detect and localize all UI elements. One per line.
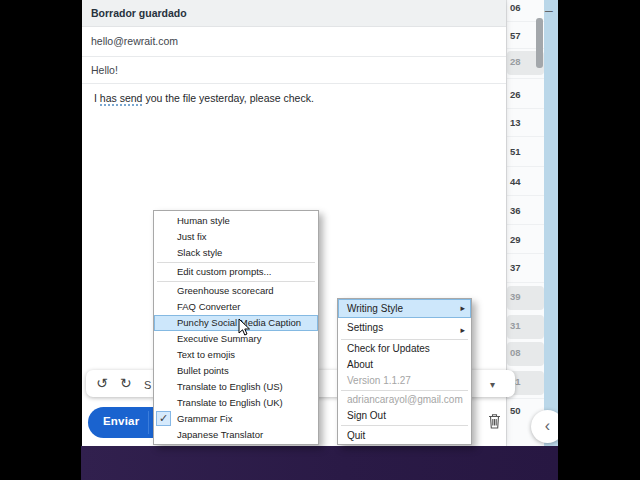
writing-style-menu: Human style Just fix Slack style Edit cu… [153, 210, 319, 445]
menu-item-version: Version 1.1.27 [338, 373, 471, 389]
mouse-cursor [238, 318, 252, 341]
screen: Borrador guardado – × hello@rewrait.com … [0, 0, 640, 480]
menu-item-label: Settings [347, 322, 383, 333]
menu-item-check-for-updates[interactable]: Check for Updates [338, 341, 471, 357]
menu-item-label: Writing Style [347, 303, 403, 314]
menu-item-just-fix[interactable]: Just fix [154, 229, 318, 245]
subject-field[interactable]: Hello! [82, 57, 506, 84]
row-divider [507, 195, 545, 196]
menu-item-writing-style[interactable]: Writing Style ▸ [338, 299, 471, 318]
menu-item-executive-summary[interactable]: Executive Summary [154, 331, 318, 347]
row-divider [507, 136, 545, 137]
undo-icon[interactable]: ↺ [96, 374, 108, 392]
menu-separator [157, 262, 315, 263]
menu-item-label: Grammar Fix [177, 413, 232, 424]
redo-icon[interactable]: ↻ [120, 374, 132, 392]
menu-item-settings[interactable]: Settings ▸ [338, 318, 471, 338]
email-time: 37 [510, 262, 540, 273]
email-time: 31 [510, 320, 540, 331]
menu-item-sign-out[interactable]: Sign Out [338, 408, 471, 424]
discard-draft-icon[interactable] [487, 412, 502, 434]
recipient-value: hello@rewrait.com [91, 35, 178, 47]
menu-item-punchy-social-media-caption[interactable]: Punchy Social Media Caption [154, 315, 318, 331]
app-menu: Writing Style ▸ Settings ▸ Check for Upd… [337, 298, 472, 445]
compose-header: Borrador guardado – × [82, 0, 506, 27]
subject-value: Hello! [91, 64, 118, 76]
taskbar: i ESP 4:57 PM 8/20/2025 [81, 446, 558, 480]
email-time: 06 [510, 2, 540, 13]
submenu-arrow-icon: ▸ [460, 320, 465, 340]
email-time: 51 [510, 146, 540, 157]
dropdown-caret-icon[interactable]: ▾ [490, 376, 495, 394]
menu-separator [341, 339, 468, 340]
recipient-field[interactable]: hello@rewrait.com [82, 27, 506, 57]
chevron-left-icon: ‹ [545, 417, 550, 434]
menu-item-bullet-points[interactable]: Bullet points [154, 363, 318, 379]
menu-item-faq-converter[interactable]: FAQ Converter [154, 299, 318, 315]
row-divider [507, 166, 545, 167]
email-time: 13 [510, 117, 540, 128]
email-time: 26 [510, 89, 540, 100]
menu-item-human-style[interactable]: Human style [154, 213, 318, 229]
send-button-label: Enviar [103, 415, 139, 427]
submenu-arrow-icon: ▸ [460, 299, 465, 318]
font-selector[interactable]: S [144, 376, 151, 394]
row-divider [507, 78, 545, 79]
message-body[interactable]: I has send you the file yesterday, pleas… [94, 92, 314, 104]
menu-separator [157, 281, 315, 282]
email-time: 08 [510, 347, 540, 358]
email-time: 36 [510, 205, 540, 216]
email-time: 39 [510, 291, 540, 302]
menu-item-translate-english-us[interactable]: Translate to English (US) [154, 379, 318, 395]
menu-item-greenhouse-scorecard[interactable]: Greenhouse scorecard [154, 283, 318, 299]
row-divider [507, 282, 545, 283]
email-time: 29 [510, 234, 540, 245]
menu-separator [341, 390, 468, 391]
body-text: you the file yesterday, please check. [142, 92, 313, 104]
menu-item-slack-style[interactable]: Slack style [154, 245, 318, 261]
compose-title: Borrador guardado [91, 7, 187, 19]
spellcheck-flagged-text: has send [100, 92, 143, 106]
menu-item-text-to-emojis[interactable]: Text to emojis [154, 347, 318, 363]
menu-item-about[interactable]: About [338, 357, 471, 373]
side-panel-edge [544, 0, 558, 446]
row-divider [507, 398, 545, 399]
menu-item-grammar-fix[interactable]: ✓ Grammar Fix [154, 411, 318, 427]
menu-separator [341, 425, 468, 426]
checked-checkbox-icon: ✓ [156, 411, 171, 426]
menu-item-edit-custom-prompts[interactable]: Edit custom prompts... [154, 264, 318, 280]
letterbox-right [558, 0, 640, 480]
row-divider [507, 253, 545, 254]
letterbox-left [0, 0, 81, 480]
email-time: 44 [510, 176, 540, 187]
row-divider [507, 224, 545, 225]
menu-item-japanese-translator[interactable]: Japanese Translator [154, 427, 318, 443]
send-split-divider [148, 411, 149, 434]
scrollbar-thumb[interactable] [536, 18, 543, 68]
menu-item-account-email: adriancarayol@gmail.com [338, 392, 471, 408]
row-divider [507, 108, 545, 109]
body-text: I [94, 92, 100, 104]
minimize-icon[interactable]: – [545, 2, 553, 18]
menu-item-quit[interactable]: Quit [338, 427, 471, 444]
menu-item-translate-english-uk[interactable]: Translate to English (UK) [154, 395, 318, 411]
